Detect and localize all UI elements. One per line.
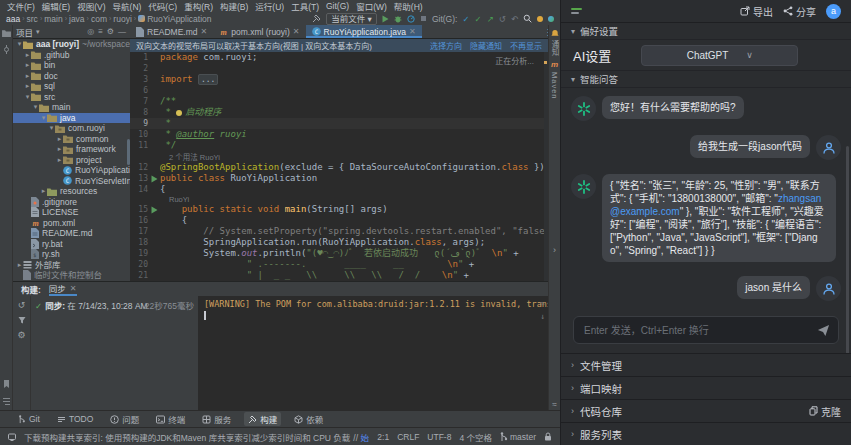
section-文件管理[interactable]: ›文件管理 xyxy=(561,353,851,376)
code-line-13[interactable]: 13public class RuoYiApplication xyxy=(130,173,548,184)
hide-panel-icon[interactable]: — xyxy=(118,27,126,36)
section-服务列表[interactable]: ›服务列表 xyxy=(561,422,851,445)
git-update-icon[interactable]: ✓ xyxy=(462,14,469,24)
menu-item-运行-u[interactable]: 运行(U) xyxy=(252,0,287,12)
toolwindow-git[interactable]: Git xyxy=(14,413,44,425)
panel-menu-icon[interactable] xyxy=(571,8,582,14)
section-qa[interactable]: ▾ 智能问答 xyxy=(561,71,851,88)
code-line-2[interactable]: 2 xyxy=(130,63,548,74)
collapse-all-icon[interactable]: ≡ xyxy=(98,27,103,36)
tree-item-doc[interactable]: ▸doc xyxy=(13,71,130,82)
user-avatar[interactable]: a xyxy=(826,4,841,19)
git-push-icon[interactable]: ↗ xyxy=(487,14,494,24)
breadcrumb-item-ruoyiapplication[interactable]: RuoYiApplication xyxy=(147,14,211,24)
tree-item-sql[interactable]: ▸sql xyxy=(13,81,130,92)
clone-button[interactable]: 克隆 xyxy=(809,404,841,419)
indent-widget[interactable]: 4 个空格 xyxy=(459,431,492,443)
tree-chevron-icon[interactable]: ▾ xyxy=(48,123,55,134)
tree-item-临时文件和控制台[interactable]: 临时文件和控制台 xyxy=(13,270,130,281)
breadcrumb-item-com[interactable]: com xyxy=(91,14,107,24)
breadcrumb-item-java[interactable]: java xyxy=(69,14,85,24)
tree-chevron-icon[interactable]: ▸ xyxy=(56,144,63,155)
run-gutter-icon[interactable] xyxy=(151,173,160,184)
locate-file-icon[interactable]: ◎ xyxy=(87,27,94,36)
structure-stripe-icon[interactable] xyxy=(2,397,11,406)
ide-update-badge[interactable] xyxy=(537,16,543,22)
banner-link-隐藏通知[interactable]: 隐藏通知 xyxy=(470,40,502,51)
toolwindow-服务[interactable]: 服务 xyxy=(198,412,235,426)
intention-bulb-icon[interactable] xyxy=(176,110,182,116)
notifications-icon[interactable] xyxy=(551,29,559,37)
export-button[interactable]: 导出 xyxy=(740,4,773,19)
project-view-chevron-icon[interactable]: ▾ xyxy=(36,28,40,36)
expand-stripe-chevron-icon[interactable]: › xyxy=(553,245,556,255)
console-scroll-end-icon[interactable]: ↓ xyxy=(540,311,545,322)
panel-settings-icon[interactable]: ⚙ xyxy=(107,27,114,36)
banner-link-不再显示[interactable]: 不再显示 xyxy=(510,40,542,51)
code-line-10[interactable]: 10 * @author ruoyi xyxy=(130,129,548,140)
code-line-15[interactable]: 15 public static void main(String[] args… xyxy=(130,204,548,215)
menu-item-重构-r[interactable]: 重构(R) xyxy=(181,0,216,12)
status-link-始终下载[interactable]: 始终下载 xyxy=(360,433,369,443)
line-separator-widget[interactable]: CRLF xyxy=(397,432,419,442)
code-line-18[interactable]: 18 SpringApplication.run(RuoYiApplicatio… xyxy=(130,237,548,248)
event-log-icon[interactable] xyxy=(8,433,16,441)
tree-item-ry-bat[interactable]: ry.bat xyxy=(13,239,130,250)
commit-stripe-icon[interactable] xyxy=(2,45,11,54)
tree-chevron-icon[interactable]: ▾ xyxy=(24,92,31,103)
menu-item-构建-b[interactable]: 构建(B) xyxy=(217,0,251,12)
menu-item-git-g[interactable]: Git(G) xyxy=(323,1,352,11)
run-gutter-icon[interactable] xyxy=(151,204,160,215)
tree-item-ruoyiservletinitializer[interactable]: CRuoYiServletInitializer xyxy=(13,176,130,187)
run-configuration-select[interactable]: 当前文件 ▾ xyxy=(326,13,377,25)
code-with-me-icon[interactable] xyxy=(548,16,554,22)
code-line-21[interactable]: 21 " | _ _ \\ \\ \\ / / \n" + xyxy=(130,270,548,281)
tree-item-resources[interactable]: ▸resources xyxy=(13,186,130,197)
resync-icon[interactable]: ↺ xyxy=(18,300,26,310)
code-line-17[interactable]: 17 // System.setProperty("spring.devtool… xyxy=(130,226,548,237)
code-line-16[interactable]: 16 { xyxy=(130,215,548,226)
menu-item-文件-f[interactable]: 文件(F) xyxy=(4,0,38,12)
tree-item-readme-md[interactable]: README.md xyxy=(13,228,130,239)
tree-chevron-icon[interactable]: ▸ xyxy=(24,71,31,82)
tree-item-license[interactable]: LICENSE xyxy=(13,207,130,218)
tree-chevron-icon[interactable]: ▾ xyxy=(16,39,23,50)
tree-item-bin[interactable]: ▸bin xyxy=(13,60,130,71)
tree-item-gitignore[interactable]: .gitignore xyxy=(13,197,130,208)
tree-item-src[interactable]: ▾src xyxy=(13,92,130,103)
coverage-button[interactable] xyxy=(407,15,415,23)
code-line-14[interactable]: 14{ xyxy=(130,184,548,195)
tree-chevron-icon[interactable]: ▸ xyxy=(56,155,63,166)
build-sync-pane[interactable]: ✓同步: 在 7/14/23, 10:28 AM 22秒765毫秒 xyxy=(31,296,198,410)
tree-chevron-icon[interactable]: ▸ xyxy=(56,134,63,145)
build-settings-icon[interactable]: ⚙ xyxy=(17,330,25,340)
git-commit-icon[interactable]: ✓ xyxy=(475,14,482,24)
tree-item-aaa-ruoyi[interactable]: ▾aaa [ruoyi]~/workspace/aaa xyxy=(13,39,130,50)
encoding-widget[interactable]: UTF-8 xyxy=(427,432,451,442)
section-代码仓库[interactable]: ›代码仓库克隆 xyxy=(561,399,851,422)
code-line-7[interactable]: 7/** xyxy=(130,96,548,107)
breadcrumb-item-ruoyi[interactable]: ruoyi xyxy=(113,14,131,24)
section-端口映射[interactable]: ›端口映射 xyxy=(561,376,851,399)
code-line-11[interactable]: 11 */ xyxy=(130,140,548,151)
tree-item-外部库[interactable]: ▸外部库 xyxy=(13,260,130,271)
close-tab-icon[interactable]: ✕ xyxy=(70,282,77,296)
code-line-8[interactable]: 8 * 启动程序 xyxy=(130,107,548,118)
menu-item-代码-c[interactable]: 代码(C) xyxy=(145,0,180,12)
tree-item-ry-sh[interactable]: $ry.sh xyxy=(13,249,130,260)
status-message[interactable]: 下载预构建共享索引: 使用预构建的JDK和Maven 库共享索引减少索引时间和 … xyxy=(24,431,369,443)
ai-model-select[interactable]: ChatGPT ∨ xyxy=(641,45,798,66)
search-everywhere-icon[interactable] xyxy=(523,14,532,23)
chat-input[interactable] xyxy=(582,324,811,337)
bookmarks-stripe-icon[interactable] xyxy=(3,380,10,389)
toolwindow-问题[interactable]: 问题 xyxy=(106,412,143,426)
toolwindow-依赖[interactable]: 依赖 xyxy=(290,412,327,426)
code-line-6[interactable]: 6 xyxy=(130,85,548,96)
tree-chevron-icon[interactable]: ▸ xyxy=(16,260,23,271)
section-preferences[interactable]: ▾ 偏好设置 xyxy=(561,23,851,40)
chat-scrollbar[interactable] xyxy=(846,146,849,353)
code-line-3[interactable]: 3import ... xyxy=(130,74,548,85)
close-tab-icon[interactable]: ✕ xyxy=(409,27,416,36)
close-tab-icon[interactable]: ✕ xyxy=(293,27,300,36)
git-history-icon[interactable]: ↺ xyxy=(499,14,506,24)
